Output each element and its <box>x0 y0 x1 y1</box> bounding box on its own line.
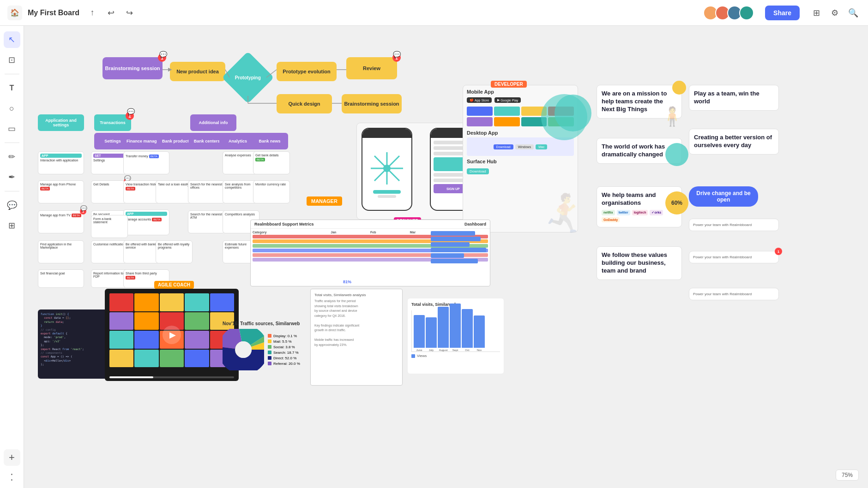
sub-card-bank-detail[interactable]: Get bank details BETA <box>253 151 290 174</box>
avatar-4 <box>739 6 754 20</box>
person-figure: 🏃 <box>541 192 587 235</box>
sub-card-settings-detail[interactable]: SET Settings <box>91 151 128 174</box>
drive-change-btn[interactable]: Drive change and be open <box>689 186 758 207</box>
flowchart-node-review[interactable]: Review 1 💬 <box>346 57 397 79</box>
main-canvas[interactable]: Brainstorming session 1 💬 New product id… <box>24 26 868 488</box>
manager-label: MANAGER <box>307 196 342 206</box>
toolbar-separator-2 <box>5 143 19 143</box>
small-text-card-2: Power your team with Realmbboard 1 <box>689 251 779 263</box>
sub-card-take-loan[interactable]: Take out a loan easily <box>156 180 193 203</box>
ux-card-app-settings[interactable]: Application and settings <box>38 114 84 131</box>
bank-centers-label: Bank centers <box>194 139 220 143</box>
select-tool[interactable]: ↖ <box>4 31 20 48</box>
sub-card-transfer[interactable]: Transfer money BETA <box>123 151 169 174</box>
svg-point-11 <box>383 165 391 172</box>
app-store-badge: 🍎App Store <box>467 97 492 103</box>
rectangle-tool[interactable]: ▭ <box>4 120 20 137</box>
find-marketplace-text: Find application in the Marketplace <box>40 243 72 249</box>
bar-august: August <box>438 307 449 351</box>
flowchart-node-prototyping[interactable]: Prototyping <box>222 51 274 103</box>
report-text: Report information to FDP <box>93 272 123 278</box>
small-text-2: Power your team with Realmbboard <box>693 255 752 259</box>
ux-card-transactions[interactable]: Transactions 1 💬 <box>94 114 131 131</box>
flowchart-node-quick-design[interactable]: Quick design <box>277 94 332 113</box>
sub-card-find-marketplace[interactable]: Find application in the Marketplace <box>38 240 84 263</box>
see-analysis-text: See analysis from competitors <box>225 183 251 189</box>
small-text-1: Power your team with Realmbboard <box>693 223 752 227</box>
search-office-text: Search for the nearest offices <box>190 183 222 189</box>
text-tool[interactable]: T <box>4 80 20 96</box>
add-tool[interactable]: + <box>4 449 20 466</box>
sub-card-manage-app-tv[interactable]: Manage app from TV 1 💬 BETA <box>38 210 84 233</box>
sub-card-loyalty[interactable]: Be offered with loyalty programs <box>156 240 193 263</box>
comment-icon: 💬 <box>159 51 167 58</box>
third-party-btn: BETA <box>126 276 135 280</box>
zoom-level-indicator: •• <box>11 471 13 482</box>
sub-card-search-atm[interactable]: Search for the nearest ATM <box>188 210 225 233</box>
sixty-percent-badge: 60% <box>665 191 688 214</box>
surface-hub-btn: Download <box>467 168 489 174</box>
frame-tool[interactable]: ⊡ <box>4 52 20 68</box>
comment-tool[interactable]: 💬 <box>4 197 20 214</box>
dashboard-header: Realmbboard Support Metrics Dashboard <box>251 220 490 229</box>
shapes-tool[interactable]: ○ <box>4 100 20 117</box>
sub-card-search-office[interactable]: Search for the nearest offices <box>188 180 225 203</box>
prototype-evolution-label: Prototype evolution <box>283 69 330 74</box>
pen-tool[interactable]: ✏ <box>4 149 20 165</box>
ux-card-analytics[interactable]: Analytics <box>219 133 256 149</box>
ux-card-additional-info[interactable]: Additional info <box>190 114 236 131</box>
pie-svg <box>223 329 264 370</box>
teal-circle-large <box>541 94 587 140</box>
manage-tv-btn: BETA <box>72 214 81 217</box>
pie-chart-area: Nov'16. Traffic sources, Similarweb Disp… <box>223 321 324 390</box>
sub-card-manage-app[interactable]: Manage app from Phone BETA <box>38 180 84 203</box>
share-button[interactable]: Share <box>765 6 800 20</box>
review-label: Review <box>363 65 380 71</box>
legend-direct: Direct: 52.0 % <box>268 356 300 360</box>
search-button[interactable]: 🔍 <box>846 6 861 20</box>
creating-text: Creating a better version of ourselves e… <box>694 134 774 149</box>
bank-news-label: Bank news <box>259 139 280 143</box>
ux-card-bank-news[interactable]: Bank news <box>251 133 288 149</box>
google-play-badge: ▶Google Play <box>494 97 521 103</box>
bar-october: Oct <box>462 309 473 351</box>
sub-card-get-details[interactable]: Get Details 1 💬 <box>91 180 128 203</box>
sub-card-customise[interactable]: Customise notification <box>91 240 128 263</box>
sub-card-report[interactable]: Report information to FDP <box>91 269 128 288</box>
toolbar-separator-1 <box>5 74 19 74</box>
sub-card-form-bank[interactable]: Form a bank statement <box>91 215 128 238</box>
small-text-card-3: Power your team with Realmbboard <box>689 288 779 300</box>
grid-tool[interactable]: ⊞ <box>4 217 20 234</box>
settings-button[interactable]: ⚙ <box>827 6 842 20</box>
flowchart-node-prototype-evolution[interactable]: Prototype evolution <box>277 62 337 81</box>
sub-card-currency[interactable]: Monitor currency rate <box>253 180 290 203</box>
world-card: The world of work has dramatically chang… <box>597 138 682 164</box>
analyse-text: Analyse expenses <box>225 154 251 157</box>
flowchart-node-brainstorming[interactable]: Brainstorming session 1 💬 <box>102 57 163 79</box>
pencil-tool[interactable]: ✒ <box>4 169 20 185</box>
zoom-indicator: 75% <box>836 470 859 481</box>
phone-2-bar-5 <box>434 179 464 182</box>
flowchart-node-new-product[interactable]: New product idea <box>170 62 225 81</box>
agile-coach-label: AGILE COACH <box>154 281 194 289</box>
bar-chart-bars: June July August Sept Oct Nov <box>411 310 500 352</box>
template-button[interactable]: ⊞ <box>809 6 824 20</box>
sub-card-interaction[interactable]: APP Interaction with application <box>38 151 84 174</box>
sub-card-manage-accounts[interactable]: APP Manage accounts BETA <box>123 209 169 235</box>
redo-button[interactable]: ↪ <box>122 6 137 20</box>
home-button[interactable]: 🏠 <box>7 6 22 20</box>
document-area: Total visits, Similarweb analysis Traffi… <box>310 289 403 386</box>
manage-app-text: Manage app from Phone <box>40 183 76 186</box>
transactions-comment: 💬 <box>127 108 135 115</box>
transfer-btn: BETA <box>149 155 159 158</box>
undo-button[interactable]: ↩ <box>103 6 118 20</box>
play-team-text: Play as a team, win the world <box>694 90 774 106</box>
play-button[interactable]: ▶ <box>163 326 181 344</box>
sub-card-financial-goal[interactable]: Set financial goal <box>38 269 84 288</box>
bar-june: June <box>414 315 425 351</box>
settings-label: Settings <box>104 139 121 143</box>
pie-chart-content: Display: 0.1 % Mail: 5.5 % Social: 3.8 %… <box>223 329 324 370</box>
export-button[interactable]: ↑ <box>85 6 100 20</box>
flowchart-node-brainstorming-2[interactable]: Brainstorming session <box>342 94 402 113</box>
support-metrics-title: Realmbboard Support Metrics <box>254 222 314 226</box>
